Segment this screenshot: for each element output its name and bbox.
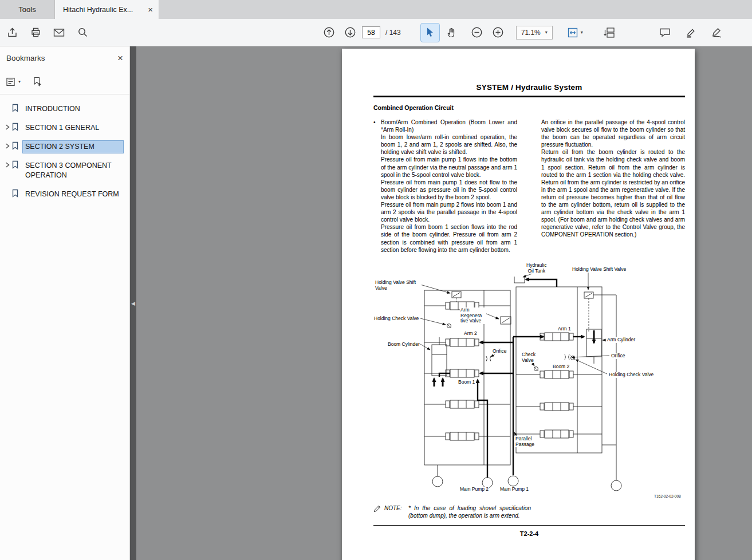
zoom-in-button[interactable]	[489, 23, 507, 42]
bookmark-icon	[11, 188, 23, 198]
select-tool-button[interactable]	[421, 23, 439, 42]
diagram-label-orifice-left: Orifice	[492, 349, 507, 354]
share-icon	[7, 27, 18, 38]
bookmark-item-label: SECTION 1 GENERAL	[23, 122, 123, 134]
tab-close-icon[interactable]: ×	[148, 5, 153, 14]
previous-page-button[interactable]	[320, 23, 338, 42]
print-button[interactable]	[26, 23, 45, 42]
bookmark-item-label: REVISION REQUEST FORM	[23, 188, 123, 200]
zoom-level-select[interactable]: 71.1% ▾	[516, 26, 553, 40]
bookmark-options-icon	[6, 77, 16, 86]
email-button[interactable]	[50, 23, 68, 42]
diagram-label-arm-cylinder: Arm Cylinder	[607, 337, 636, 343]
diagram-label-holding-valve-shift-valve-left: Holding Valve Shift Valve	[375, 280, 422, 291]
note-label: NOTE:	[384, 504, 405, 519]
bookmark-item-label: SECTION 3 COMPONENT OPERATION	[23, 160, 123, 182]
circuit-schematic	[370, 263, 686, 503]
diagram-label-arm-2: Arm 2	[463, 331, 478, 337]
chevron-placeholder	[3, 188, 11, 191]
zoom-out-button[interactable]	[468, 23, 486, 42]
diagram-label-boom-1: Boom 1	[458, 380, 475, 385]
bookmark-item-section-1-general[interactable]: SECTION 1 GENERAL	[0, 119, 129, 137]
select-cursor-icon	[425, 27, 435, 38]
scroll-mode-button[interactable]	[600, 23, 620, 42]
email-icon	[53, 28, 65, 37]
next-page-button[interactable]	[341, 23, 359, 42]
chevron-right-icon[interactable]	[3, 160, 11, 168]
right-column: An orifice in the parallel passage of th…	[541, 119, 685, 261]
fit-page-icon	[567, 27, 578, 38]
zoom-in-icon	[492, 26, 504, 38]
previous-page-icon	[323, 26, 335, 38]
tab-bar: Tools Hitachi Hydraulic Ex... ×	[0, 0, 752, 19]
main-toolbar: / 143 71.1% ▾ ▾	[0, 19, 752, 46]
document-viewport[interactable]: SYSTEM / Hydraulic System Combined Opera…	[136, 46, 752, 560]
tab-tools-label: Tools	[18, 5, 36, 14]
highlight-icon	[685, 27, 696, 38]
expand-current-bookmark-icon	[32, 77, 42, 86]
body-paragraph: In boom lower/arm roll-in combined opera…	[381, 133, 517, 156]
page-number-input[interactable]	[362, 26, 380, 38]
highlight-button[interactable]	[682, 23, 700, 42]
page-title: SYSTEM / Hydraulic System	[373, 83, 685, 92]
fit-page-caret-icon: ▾	[581, 30, 583, 35]
next-page-icon	[344, 26, 356, 38]
bookmark-item-introduction[interactable]: INTRODUCTION	[0, 100, 129, 119]
body-columns: • Boom/Arm Combined Operation (Boom Lowe…	[373, 119, 685, 261]
bookmarks-panel: Bookmarks × ▾ INTRODUCTION SECTION 1 GEN…	[0, 46, 130, 560]
page-count-label: / 143	[385, 29, 401, 37]
note-text: * In the case of loading shovel specific…	[408, 504, 531, 519]
bookmark-options-button[interactable]: ▾	[6, 77, 21, 86]
bookmark-icon	[11, 160, 23, 169]
bookmark-icon	[11, 122, 23, 131]
diagram-label-orifice-right: Orifice	[611, 353, 626, 359]
diagram-label-boom-2: Boom 2	[552, 364, 570, 370]
search-button[interactable]	[73, 23, 92, 42]
comment-button[interactable]	[656, 23, 674, 42]
hand-icon	[446, 27, 456, 38]
bookmark-item-section-3-component-operation[interactable]: SECTION 3 COMPONENT OPERATION	[0, 156, 129, 185]
chevron-right-icon[interactable]	[3, 122, 11, 130]
bookmark-item-label: INTRODUCTION	[23, 103, 123, 115]
zoom-level-value: 71.1%	[521, 29, 541, 37]
diagram-label-arm-1: Arm 1	[557, 326, 572, 332]
bookmarks-close-icon[interactable]: ×	[117, 53, 123, 63]
bookmarks-list: INTRODUCTION SECTION 1 GENERAL SECTION 2…	[0, 94, 129, 204]
chevron-placeholder	[3, 103, 11, 105]
diagram-label-holding-check-valve-left: Holding Check Valve	[373, 316, 419, 322]
body-paragraph: An orifice in the parallel passage of th…	[541, 119, 685, 148]
bookmarks-title: Bookmarks	[6, 54, 45, 62]
pencil-note-icon	[373, 504, 381, 519]
expand-current-bookmark-button[interactable]	[32, 77, 42, 86]
body-paragraph: Pressure oil from main pump 2 flows into…	[381, 201, 517, 223]
body-paragraph: Pressure oil from main pump 1 flows into…	[381, 156, 517, 178]
note: NOTE: * In the case of loading shovel sp…	[373, 504, 685, 519]
chevron-right-icon[interactable]	[3, 141, 11, 149]
tab-document[interactable]: Hitachi Hydraulic Ex... ×	[55, 0, 159, 19]
bookmark-item-section-2-system[interactable]: SECTION 2 SYSTEM	[0, 137, 129, 156]
left-column: • Boom/Arm Combined Operation (Boom Lowe…	[373, 119, 517, 261]
page-number-footer: T2-2-4	[373, 530, 685, 537]
bookmark-item-revision-request-form[interactable]: REVISION REQUEST FORM	[0, 185, 129, 204]
diagram-label-arm-regenerative-valve: Arm Regenera tive Valve	[460, 307, 486, 324]
fit-page-button[interactable]: ▾	[562, 23, 588, 42]
diagram-label-hydraulic-oil-tank: Hydraulic Oil Tank	[526, 263, 547, 274]
figure-code: T162-02-02-008	[654, 494, 681, 498]
zoom-out-icon	[471, 26, 483, 38]
sign-button[interactable]	[707, 23, 726, 42]
panel-splitter[interactable]: ◀	[130, 46, 136, 560]
scroll-mode-icon	[604, 27, 616, 38]
bookmark-options-caret-icon: ▾	[18, 80, 21, 84]
footer-rule	[373, 525, 685, 526]
collapse-panel-icon[interactable]: ◀	[131, 301, 135, 306]
body-paragraph: Pressure oil from boom 1 section flows i…	[381, 223, 517, 253]
search-icon	[77, 27, 88, 38]
tab-tools[interactable]: Tools	[0, 0, 55, 19]
hand-tool-button[interactable]	[442, 23, 460, 42]
body-paragraph: Boom/Arm Combined Operation (Boom Lower …	[381, 119, 517, 133]
diagram-label-main-pump-1: Main Pump 1	[499, 487, 529, 492]
share-button[interactable]	[3, 23, 21, 42]
bookmarks-header: Bookmarks ×	[0, 46, 129, 69]
bullet-marker: •	[373, 119, 381, 133]
print-icon	[30, 27, 41, 38]
